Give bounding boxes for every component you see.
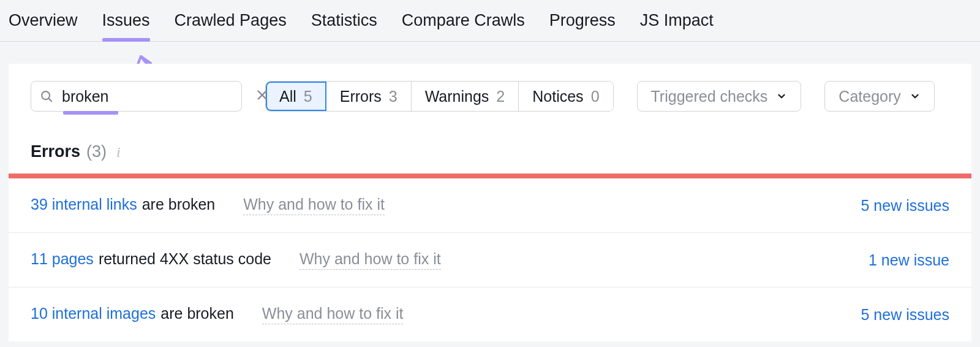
dropdown-label: Triggered checks: [651, 88, 768, 105]
triggered-checks-dropdown[interactable]: Triggered checks: [637, 81, 802, 112]
tab-compare-crawls[interactable]: Compare Crawls: [402, 11, 525, 41]
section-title: Errors: [31, 142, 80, 161]
filter-warnings[interactable]: Warnings 2: [412, 82, 519, 111]
tab-crawled-pages[interactable]: Crawled Pages: [175, 11, 287, 41]
new-issues-link[interactable]: 1 new issue: [869, 251, 949, 269]
filter-segment: All 5 Errors 3 Warnings 2 Notices 0: [265, 81, 614, 112]
section-count: (3): [86, 142, 107, 161]
why-fix-link[interactable]: Why and how to fix it: [300, 250, 441, 270]
issues-panel: All 5 Errors 3 Warnings 2 Notices 0 Trig…: [9, 64, 971, 341]
clear-search-icon[interactable]: [255, 88, 269, 105]
tab-progress[interactable]: Progress: [549, 11, 616, 41]
main-tabs: Overview Issues Crawled Pages Statistics…: [0, 0, 980, 42]
new-issues-link[interactable]: 5 new issues: [861, 197, 949, 215]
search-input[interactable]: [62, 88, 255, 105]
issue-text: are broken: [160, 305, 234, 322]
search-box: [31, 81, 242, 112]
filter-count: 0: [591, 88, 600, 105]
issue-row: 11 pages returned 4XX status code Why an…: [9, 233, 971, 288]
issue-text: returned 4XX status code: [99, 250, 271, 268]
filter-label: All: [279, 88, 296, 105]
filter-count: 5: [304, 88, 312, 105]
chevron-down-icon: [910, 88, 921, 105]
why-fix-link[interactable]: Why and how to fix it: [243, 196, 385, 215]
issue-link[interactable]: 11 pages: [31, 250, 94, 268]
filter-label: Warnings: [425, 88, 489, 105]
tab-issues[interactable]: Issues: [102, 11, 150, 41]
chevron-down-icon: [776, 88, 787, 105]
svg-line-1: [49, 99, 52, 102]
dropdown-label: Category: [839, 88, 900, 105]
issue-row: 10 internal images are broken Why and ho…: [9, 288, 971, 341]
tab-overview[interactable]: Overview: [9, 11, 78, 41]
search-icon: [40, 90, 53, 103]
filter-notices[interactable]: Notices 0: [519, 82, 612, 111]
search-highlight: [63, 111, 118, 115]
filter-all[interactable]: All 5: [266, 82, 326, 111]
issue-link[interactable]: 10 internal images: [31, 305, 156, 322]
info-icon[interactable]: i: [116, 144, 121, 161]
tab-statistics[interactable]: Statistics: [311, 11, 377, 41]
filter-count: 3: [389, 88, 398, 105]
issue-link[interactable]: 39 internal links: [31, 196, 137, 213]
filter-errors[interactable]: Errors 3: [326, 82, 412, 111]
filter-label: Notices: [532, 88, 583, 105]
why-fix-link[interactable]: Why and how to fix it: [262, 305, 404, 324]
filter-label: Errors: [340, 88, 382, 105]
errors-severity-bar: [9, 174, 971, 178]
errors-section-header: Errors (3) i: [9, 112, 971, 174]
toolbar: All 5 Errors 3 Warnings 2 Notices 0 Trig…: [9, 64, 971, 112]
tab-js-impact[interactable]: JS Impact: [640, 11, 714, 41]
category-dropdown[interactable]: Category: [824, 81, 934, 112]
filter-count: 2: [496, 88, 505, 105]
new-issues-link[interactable]: 5 new issues: [861, 306, 949, 324]
issue-row: 39 internal links are broken Why and how…: [9, 178, 971, 233]
issue-text: are broken: [142, 196, 216, 213]
